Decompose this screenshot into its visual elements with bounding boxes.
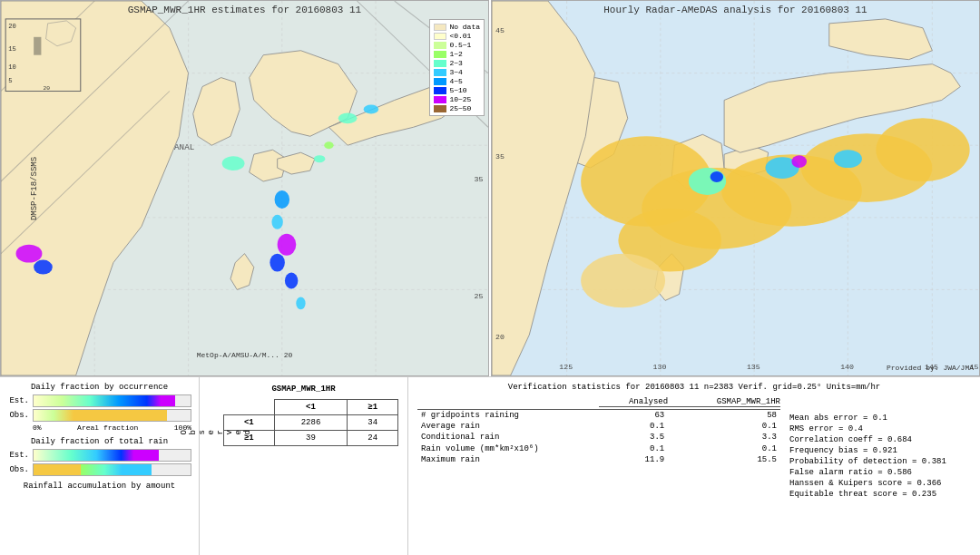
svg-point-26 bbox=[16, 245, 43, 263]
right-map-panel: Hourly Radar-AMeDAS analysis for 2016080… bbox=[491, 0, 980, 376]
accumulation-chart-section: Rainfall accumulation by amount bbox=[7, 482, 191, 491]
cell-01: 34 bbox=[348, 415, 398, 431]
svg-text:125: 125 bbox=[559, 363, 573, 371]
svg-point-24 bbox=[314, 155, 325, 162]
left-map-panel: GSMAP_MWR_1HR estimates for 20160803 11 bbox=[0, 0, 489, 376]
svg-text:135: 135 bbox=[747, 363, 760, 371]
right-map-attribution: Provided by: JWA/JMA bbox=[887, 364, 974, 372]
bottom-right-panel: Verification statistics for 20160803 11 … bbox=[408, 377, 980, 555]
right-map-svg: 45 35 20 125 130 135 140 145 15 bbox=[492, 1, 979, 375]
svg-text:20: 20 bbox=[495, 333, 505, 341]
verif-row-3: Rain volume (mm*km²x10⁶) 0.1 0.1 bbox=[417, 443, 780, 454]
svg-point-23 bbox=[364, 104, 379, 113]
verif-gsmap-4: 15.5 bbox=[668, 454, 780, 465]
obs-occurrence-track bbox=[33, 409, 191, 422]
svg-text:45: 45 bbox=[495, 26, 505, 34]
obs-side-label: Observed bbox=[178, 426, 254, 436]
left-map-side-label: DMSP-F18/SSMS bbox=[30, 156, 39, 219]
verif-label-2: Conditional rain bbox=[417, 432, 599, 443]
verif-label-0: # gridpoints raining bbox=[417, 410, 599, 422]
legend-2-3: 2~3 bbox=[449, 59, 462, 67]
left-map-bottom-label: MetOp-A/AMSU-A/M... 20 bbox=[197, 351, 293, 359]
obs-side-wrapper: Observed bbox=[209, 426, 223, 436]
svg-point-58 bbox=[834, 150, 862, 168]
svg-point-15 bbox=[222, 156, 245, 170]
cell-10: 39 bbox=[274, 431, 348, 446]
verif-row-4: Maximum rain 11.9 15.5 bbox=[417, 454, 780, 465]
svg-point-18 bbox=[278, 234, 297, 256]
legend-no-data: No data bbox=[449, 23, 480, 31]
contingency-table: <1 ≥1 <1 2286 34 ≥1 bbox=[223, 399, 398, 446]
est-rain-track bbox=[33, 449, 191, 462]
legend-lt001: <0.01 bbox=[449, 32, 471, 40]
bottom-left-panel: Daily fraction by occurrence Est. Obs. 0… bbox=[0, 377, 200, 555]
accumulation-title: Rainfall accumulation by amount bbox=[7, 482, 191, 491]
stat-corr: Correlation coeff = 0.684 bbox=[789, 435, 971, 444]
occurrence-chart-title: Daily fraction by occurrence bbox=[7, 383, 191, 392]
verif-table-col: Analysed GSMAP_MWR_1HR # gridpoints rain… bbox=[417, 397, 780, 501]
obs-occurrence-row: Obs. bbox=[7, 409, 191, 422]
verif-label-1: Average rain bbox=[417, 421, 599, 432]
axis-label: Areal fraction bbox=[77, 424, 138, 432]
legend-4-5: 4~5 bbox=[449, 77, 462, 85]
legend-05-1: 0.5~1 bbox=[449, 41, 471, 49]
svg-text:35: 35 bbox=[475, 175, 484, 183]
svg-point-20 bbox=[285, 273, 298, 289]
verif-table: Analysed GSMAP_MWR_1HR # gridpoints rain… bbox=[417, 397, 780, 465]
left-map-title: GSMAP_MWR_1HR estimates for 20160803 11 bbox=[1, 5, 488, 15]
est-rain-row: Est. bbox=[7, 449, 191, 462]
verif-gsmap-1: 0.1 bbox=[668, 421, 780, 432]
svg-text:ANAL: ANAL bbox=[174, 142, 194, 152]
total-rain-title: Daily fraction of total rain bbox=[7, 437, 191, 446]
verif-row-1: Average rain 0.1 0.1 bbox=[417, 421, 780, 432]
verif-label-3: Rain volume (mm*km²x10⁶) bbox=[417, 443, 599, 454]
left-map-svg: 20 15 10 5 20 45 35 25 ANAL bbox=[1, 1, 488, 375]
verif-gsmap-2: 3.3 bbox=[668, 432, 780, 443]
bottom-mid-panel: GSMAP_MWR_1HR Observed <1 ≥1 bbox=[200, 377, 408, 555]
svg-text:140: 140 bbox=[840, 363, 854, 371]
right-map-title: Hourly Radar-AMeDAS analysis for 2016080… bbox=[492, 5, 979, 15]
obs-label-2: Obs. bbox=[7, 465, 29, 474]
legend-10-25: 10~25 bbox=[449, 95, 471, 103]
verif-label-4: Maximum rain bbox=[417, 454, 599, 465]
svg-point-60 bbox=[710, 171, 723, 182]
svg-text:15: 15 bbox=[8, 45, 16, 53]
left-map-legend: No data <0.01 0.5~1 1~2 2~3 bbox=[429, 19, 485, 116]
verif-analysed-1: 0.1 bbox=[599, 421, 668, 432]
occurrence-axis: 0% Areal fraction 100% bbox=[7, 424, 191, 432]
total-rain-chart-section: Daily fraction of total rain Est. Obs. bbox=[7, 437, 191, 476]
obs-rain-track bbox=[33, 463, 191, 476]
svg-text:20: 20 bbox=[43, 85, 50, 92]
cell-11: 24 bbox=[348, 431, 398, 446]
verif-analysed-2: 3.5 bbox=[599, 432, 668, 443]
svg-point-16 bbox=[275, 190, 290, 209]
verif-analysed-3: 0.1 bbox=[599, 443, 668, 454]
empty-header bbox=[224, 400, 275, 415]
verif-analysed-0: 63 bbox=[599, 410, 668, 422]
contingency-table-title: GSMAP_MWR_1HR bbox=[209, 385, 398, 394]
legend-25-50: 25~50 bbox=[449, 104, 471, 112]
stat-freq-bias: Frequency bias = 0.921 bbox=[789, 446, 971, 455]
verif-gsmap-0: 58 bbox=[668, 410, 780, 422]
stat-ets: Equitable threat score = 0.235 bbox=[789, 490, 971, 499]
svg-point-53 bbox=[876, 118, 969, 181]
stat-rms: RMS error = 0.4 bbox=[789, 424, 971, 433]
svg-point-27 bbox=[34, 260, 53, 275]
verif-col-analysed: Analysed bbox=[599, 397, 668, 407]
maps-row: GSMAP_MWR_1HR estimates for 20160803 11 bbox=[0, 0, 980, 376]
legend-1-2: 1~2 bbox=[449, 50, 462, 58]
verif-row-0: # gridpoints raining 63 58 bbox=[417, 410, 780, 422]
svg-point-59 bbox=[791, 155, 807, 168]
bottom-row: Daily fraction by occurrence Est. Obs. 0… bbox=[0, 376, 980, 555]
stat-hk: Hanssen & Kuipers score = 0.366 bbox=[789, 479, 971, 488]
verif-col-gsmap: GSMAP_MWR_1HR bbox=[668, 397, 780, 407]
cell-00: 2286 bbox=[274, 415, 348, 431]
svg-point-21 bbox=[296, 297, 305, 309]
est-label-2: Est. bbox=[7, 451, 29, 460]
est-occurrence-track bbox=[33, 394, 191, 407]
contingency-table-wrapper: <1 ≥1 <1 2286 34 ≥1 bbox=[223, 399, 398, 446]
svg-point-22 bbox=[338, 112, 358, 123]
obs-rain-row: Obs. bbox=[7, 463, 191, 476]
obs-label-1: Obs. bbox=[7, 411, 29, 420]
axis-0pct: 0% bbox=[33, 424, 42, 432]
